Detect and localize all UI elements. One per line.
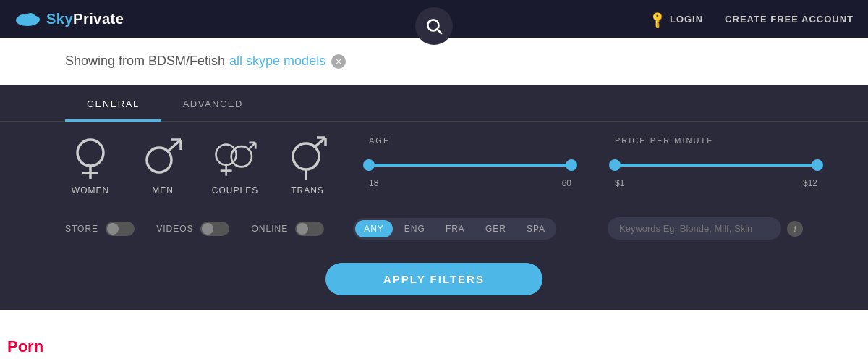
age-slider[interactable] — [369, 158, 571, 172]
tab-general[interactable]: GENERAL — [65, 85, 161, 121]
showing-prefix: Showing from BDSM/Fetish — [65, 54, 225, 69]
price-labels: $1 $12 — [615, 178, 817, 188]
key-icon: 🔑 — [647, 9, 668, 29]
male-icon — [141, 136, 184, 180]
women-label: WOMEN — [72, 185, 109, 195]
tabs: GENERAL ADVANCED — [0, 85, 868, 122]
price-slider-track — [615, 164, 817, 167]
lang-ger[interactable]: GER — [477, 220, 515, 237]
gender-group: WOMEN MEN — [65, 136, 333, 195]
keyword-input[interactable] — [608, 217, 781, 240]
search-button[interactable] — [415, 7, 453, 45]
lang-fra[interactable]: FRA — [437, 220, 474, 237]
age-min-handle[interactable] — [363, 159, 375, 171]
age-section: AGE 18 60 — [369, 136, 571, 188]
online-toggle-group: ONLINE — [251, 222, 324, 236]
apply-section: APPLY FILTERS — [0, 251, 868, 310]
tab-advanced[interactable]: ADVANCED — [161, 85, 265, 121]
price-slider[interactable] — [615, 158, 817, 172]
create-account-button[interactable]: CREATE FREE ACCOUNT — [725, 14, 854, 25]
logo[interactable]: SkyPrivate — [14, 10, 124, 28]
female-icon — [69, 136, 112, 180]
svg-line-17 — [249, 143, 256, 150]
price-min-value: $1 — [615, 178, 624, 188]
couples-icon — [213, 136, 257, 180]
svg-point-4 — [427, 20, 438, 30]
price-max-handle[interactable] — [812, 159, 823, 171]
lang-eng[interactable]: ENG — [396, 220, 434, 237]
keyword-wrap: i — [608, 217, 803, 240]
svg-line-22 — [314, 138, 326, 148]
logo-cloud-icon — [14, 10, 41, 28]
info-icon[interactable]: i — [787, 221, 803, 237]
filter-body: WOMEN MEN — [0, 122, 868, 210]
nav-right: 🔑 LOGIN CREATE FREE ACCOUNT — [650, 12, 854, 26]
logo-text: SkyPrivate — [46, 11, 124, 28]
age-min-value: 18 — [369, 178, 378, 188]
age-max-handle[interactable] — [566, 159, 577, 171]
gender-women[interactable]: WOMEN — [65, 136, 116, 195]
filter-section: GENERAL ADVANCED WOMEN — [0, 85, 868, 251]
online-toggle[interactable] — [295, 222, 324, 236]
svg-line-5 — [438, 30, 442, 34]
gender-couples[interactable]: COUPLES — [210, 136, 260, 195]
filter-bottom: STORE VIDEOS ONLINE ANY ENG FRA GER SPA … — [0, 210, 868, 251]
watermark: Pornsites — [7, 337, 80, 356]
online-label: ONLINE — [251, 224, 288, 234]
videos-toggle-group: VIDEOS — [156, 222, 229, 236]
couples-label: COUPLES — [212, 185, 258, 195]
price-max-value: $12 — [803, 178, 817, 188]
svg-point-6 — [77, 140, 103, 166]
men-label: MEN — [152, 185, 174, 195]
lang-spa[interactable]: SPA — [518, 220, 554, 237]
all-models-link[interactable]: all skype models — [229, 54, 326, 69]
svg-point-9 — [147, 148, 171, 172]
age-label: AGE — [369, 136, 571, 145]
header: SkyPrivate 🔑 LOGIN CREATE FREE ACCOUNT — [0, 0, 868, 38]
gender-trans[interactable]: TRANS — [282, 136, 333, 195]
store-toggle[interactable] — [106, 222, 135, 236]
age-labels: 18 60 — [369, 178, 571, 188]
language-group: ANY ENG FRA GER SPA — [353, 218, 556, 240]
apply-filters-button[interactable]: APPLY FILTERS — [326, 263, 542, 295]
svg-point-3 — [30, 16, 40, 23]
price-min-handle[interactable] — [609, 159, 621, 171]
store-toggle-group: STORE — [65, 222, 135, 236]
age-slider-track — [369, 164, 571, 167]
search-icon — [425, 17, 443, 35]
watermark-part2: sites — [43, 337, 80, 355]
store-label: STORE — [65, 224, 98, 234]
lang-any[interactable]: ANY — [355, 220, 393, 237]
videos-label: VIDEOS — [156, 224, 193, 234]
videos-toggle[interactable] — [200, 222, 229, 236]
price-section: PRICE PER MINUTE $1 $12 — [615, 136, 817, 188]
price-label: PRICE PER MINUTE — [615, 136, 817, 145]
gender-men[interactable]: MEN — [137, 136, 188, 195]
login-button[interactable]: 🔑 LOGIN — [650, 12, 703, 26]
close-filter-button[interactable] — [331, 54, 346, 69]
svg-line-10 — [168, 140, 181, 151]
trans-icon — [286, 136, 329, 180]
age-max-value: 60 — [562, 178, 571, 188]
trans-label: TRANS — [291, 185, 324, 195]
watermark-part1: Porn — [7, 337, 43, 355]
